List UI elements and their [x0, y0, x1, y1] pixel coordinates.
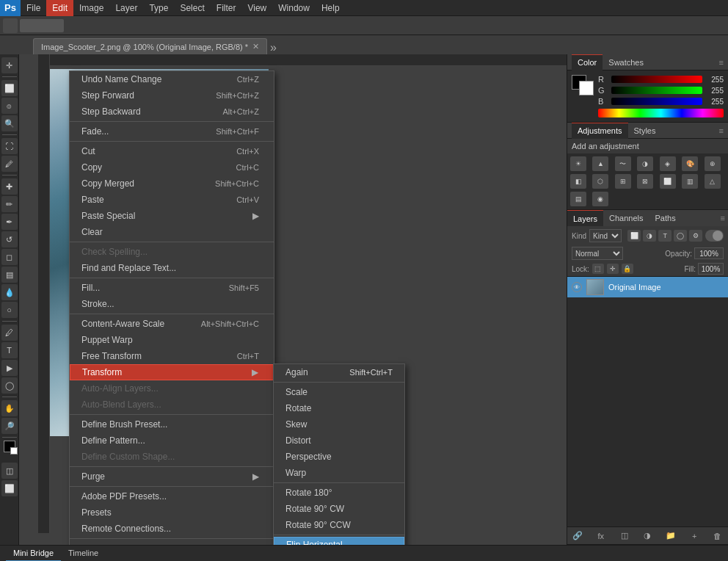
menu-copy[interactable]: Copy Ctrl+C	[70, 159, 274, 175]
menu-remote-connections[interactable]: Remote Connections...	[70, 521, 274, 537]
menu-pdf-presets[interactable]: Adobe PDF Presets...	[70, 488, 274, 504]
transform-distort[interactable]: Distort	[274, 432, 404, 449]
fx-icon[interactable]: fx	[595, 530, 607, 542]
tool-crop[interactable]: ⛶	[1, 138, 18, 154]
close-tab-icon[interactable]: ✕	[252, 42, 259, 51]
menu-paste-special[interactable]: Paste Special ▶	[70, 208, 274, 224]
menu-free-transform[interactable]: Free Transform Ctrl+T	[70, 348, 274, 364]
fill-input[interactable]: 100%	[698, 263, 724, 275]
tool-gradient[interactable]: ▤	[1, 267, 18, 283]
menu-step-backward[interactable]: Step Backward Alt+Ctrl+Z	[70, 104, 274, 120]
tool-blur[interactable]: 💧	[1, 284, 18, 300]
menu-select[interactable]: Select	[174, 0, 210, 16]
tab-paths[interactable]: Paths	[649, 210, 682, 226]
menu-define-brush[interactable]: Define Brush Preset...	[70, 416, 274, 432]
link-icon[interactable]: 🔗	[572, 530, 583, 542]
menu-copy-merged[interactable]: Copy Merged Shift+Ctrl+C	[70, 175, 274, 192]
background-color[interactable]	[10, 447, 18, 455]
tool-screen-mode[interactable]: ⬜	[1, 480, 18, 496]
adj-levels[interactable]: ▲	[592, 156, 608, 171]
doc-tab-scooter[interactable]: Image_Scooter_2.png @ 100% (Original Ima…	[33, 38, 267, 54]
menu-paste[interactable]: Paste Ctrl+V	[70, 192, 274, 208]
color-panel-menu[interactable]: ≡	[719, 58, 724, 67]
adj-brightness[interactable]: ☀	[570, 156, 586, 171]
channel-g-bar[interactable]	[611, 87, 702, 94]
tab-swatches[interactable]: Swatches	[603, 54, 649, 70]
tool-option-1[interactable]	[3, 18, 18, 33]
layers-filter-toggle[interactable]	[705, 230, 724, 242]
tool-rectangle-select[interactable]: ⬜	[1, 80, 18, 96]
menu-filter[interactable]: Filter	[211, 0, 242, 16]
tool-hand[interactable]: ✋	[1, 400, 18, 416]
menu-stroke[interactable]: Stroke...	[70, 296, 274, 312]
adj-photo-filter[interactable]: ⬡	[592, 174, 608, 189]
tool-brush[interactable]: ✏	[1, 196, 18, 212]
blend-mode-select[interactable]: Normal	[572, 247, 623, 260]
lock-pixels[interactable]: ⬚	[592, 264, 604, 274]
tool-clone-stamp[interactable]: ✒	[1, 214, 18, 230]
filter-adjustment[interactable]: ◑	[643, 230, 656, 242]
tool-move[interactable]: ✛	[1, 57, 18, 73]
layer-original-image[interactable]: 👁 Original Image	[567, 277, 728, 297]
adj-exposure[interactable]: ◑	[637, 156, 653, 171]
menu-auto-blend[interactable]: Auto-Blend Layers...	[70, 397, 274, 413]
background-swatch[interactable]	[579, 81, 594, 95]
tool-quick-select[interactable]: 🔍	[1, 115, 18, 131]
menu-define-shape[interactable]: Define Custom Shape...	[70, 449, 274, 465]
layers-panel-menu[interactable]: ≡	[721, 214, 728, 222]
adj-color-lookup[interactable]: ⊠	[637, 174, 653, 189]
menu-view[interactable]: View	[241, 0, 272, 16]
tool-type[interactable]: T	[1, 342, 18, 358]
adj-curves[interactable]: 〜	[615, 156, 631, 171]
tool-healing[interactable]: ✚	[1, 178, 18, 195]
transform-rotate-90cw[interactable]: Rotate 90° CW	[274, 501, 404, 517]
tool-pen[interactable]: 🖊	[1, 325, 18, 341]
menu-type[interactable]: Type	[143, 0, 174, 16]
transform-rotate[interactable]: Rotate	[274, 400, 404, 416]
tool-lasso[interactable]: ⌾	[1, 98, 18, 114]
transform-warp[interactable]: Warp	[274, 465, 404, 481]
tool-history-brush[interactable]: ↺	[1, 231, 18, 247]
tool-dodge[interactable]: ○	[1, 302, 18, 318]
adj-bw[interactable]: ◧	[570, 174, 586, 189]
tool-zoom[interactable]: 🔎	[1, 418, 18, 434]
menu-cut[interactable]: Cut Ctrl+X	[70, 143, 274, 159]
transform-perspective[interactable]: Perspective	[274, 449, 404, 465]
menu-define-pattern[interactable]: Define Pattern...	[70, 432, 274, 449]
menu-edit[interactable]: Edit	[46, 0, 73, 16]
tool-option-2[interactable]	[20, 19, 64, 32]
menu-color-settings[interactable]: Color Settings... Shift+Ctrl+K	[70, 540, 274, 545]
tool-shape[interactable]: ◯	[1, 377, 18, 394]
transform-scale[interactable]: Scale	[274, 384, 404, 400]
menu-purge[interactable]: Purge ▶	[70, 468, 274, 485]
menu-content-aware-scale[interactable]: Content-Aware Scale Alt+Shift+Ctrl+C	[70, 316, 274, 332]
transform-flip-horizontal[interactable]: Flip Horizontal	[274, 537, 404, 545]
menu-fade[interactable]: Fade... Shift+Ctrl+F	[70, 123, 274, 140]
tab-mini-bridge[interactable]: Mini Bridge	[6, 546, 61, 562]
adj-invert[interactable]: ⬜	[660, 174, 676, 189]
tool-eyedropper[interactable]: 🖉	[1, 156, 18, 172]
filter-pixel[interactable]: ⬜	[627, 230, 641, 242]
channel-b-bar[interactable]	[611, 98, 702, 105]
filter-smart[interactable]: ⚙	[689, 230, 702, 242]
menu-fill[interactable]: Fill... Shift+F5	[70, 280, 274, 296]
menu-help[interactable]: Help	[316, 0, 346, 16]
adjustments-icon[interactable]: ◑	[641, 530, 653, 542]
lock-all[interactable]: 🔒	[622, 264, 633, 274]
adj-color-balance[interactable]: ⊕	[705, 156, 721, 171]
menu-undo[interactable]: Undo Name Change Ctrl+Z	[70, 71, 274, 87]
menu-transform[interactable]: Transform ▶ Again Shift+Ctrl+T Scale Rot…	[70, 364, 274, 380]
tool-path-selection[interactable]: ▶	[1, 360, 18, 376]
adj-panel-menu[interactable]: ≡	[719, 126, 724, 135]
tab-styles[interactable]: Styles	[628, 123, 662, 139]
new-layer-icon[interactable]: +	[688, 530, 700, 542]
tab-channels[interactable]: Channels	[603, 210, 649, 226]
transform-rotate-180[interactable]: Rotate 180°	[274, 485, 404, 501]
spectrum-bar[interactable]	[598, 109, 724, 117]
filter-shape[interactable]: ◯	[674, 230, 687, 242]
tab-adjustments[interactable]: Adjustments	[572, 123, 628, 139]
tabs-overflow-icon[interactable]: »	[270, 41, 277, 54]
menu-step-forward[interactable]: Step Forward Shift+Ctrl+Z	[70, 87, 274, 104]
opacity-input[interactable]: 100%	[694, 247, 724, 259]
fg-bg-colors[interactable]	[572, 75, 594, 95]
